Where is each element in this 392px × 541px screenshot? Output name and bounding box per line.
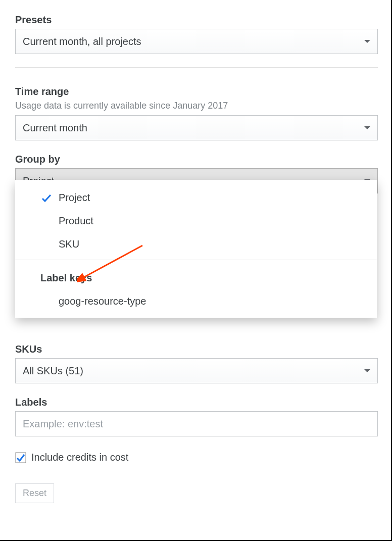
time-range-block: Time range Usage data is currently avail…: [15, 86, 378, 140]
divider: [15, 67, 378, 68]
dropdown-item-label: SKU: [59, 238, 79, 250]
skus-select[interactable]: All SKUs (51): [15, 358, 378, 383]
check-icon: [40, 192, 53, 204]
caret-down-icon: [364, 369, 370, 372]
time-range-value: Current month: [23, 122, 87, 134]
presets-value: Current month, all projects: [23, 36, 141, 47]
dropdown-item-label: Product: [59, 215, 93, 227]
presets-select[interactable]: Current month, all projects: [15, 29, 378, 54]
labels-label: Labels: [15, 397, 378, 408]
caret-down-icon: [364, 126, 370, 129]
labels-block: Labels: [15, 397, 378, 436]
dropdown-divider: [15, 260, 377, 260]
time-range-label: Time range: [15, 86, 378, 97]
reset-button[interactable]: Reset: [15, 483, 54, 503]
time-range-select[interactable]: Current month: [15, 115, 378, 140]
dropdown-item-label: goog-resource-type: [59, 296, 146, 307]
dropdown-item-product[interactable]: Product: [15, 209, 377, 232]
labels-input[interactable]: [15, 411, 378, 436]
skus-value: All SKUs (51): [23, 365, 83, 377]
skus-label-text: SKUs: [15, 343, 42, 355]
dropdown-item-goog-resource-type[interactable]: goog-resource-type: [15, 289, 377, 313]
group-by-block: Group by Project Project Product SKU Lab…: [15, 154, 378, 383]
group-by-label: Group by: [15, 154, 378, 165]
dropdown-item-project[interactable]: Project: [15, 186, 377, 209]
include-credits-checkbox[interactable]: Include credits in cost: [15, 452, 378, 463]
svg-rect-0: [16, 453, 26, 463]
dropdown-section-title: Label keys: [15, 266, 377, 289]
include-credits-label: Include credits in cost: [31, 452, 128, 463]
presets-label: Presets: [15, 14, 378, 26]
filter-panel: Presets Current month, all projects Time…: [0, 0, 392, 541]
group-by-dropdown: Project Product SKU Label keys goog-reso…: [15, 180, 377, 318]
checkbox-checked-icon: [15, 452, 26, 463]
caret-down-icon: [364, 40, 370, 43]
dropdown-item-sku[interactable]: SKU: [15, 232, 377, 256]
dropdown-item-label: Project: [59, 192, 90, 204]
time-range-sub: Usage data is currently available since …: [15, 101, 378, 111]
presets-block: Presets Current month, all projects: [15, 14, 378, 54]
